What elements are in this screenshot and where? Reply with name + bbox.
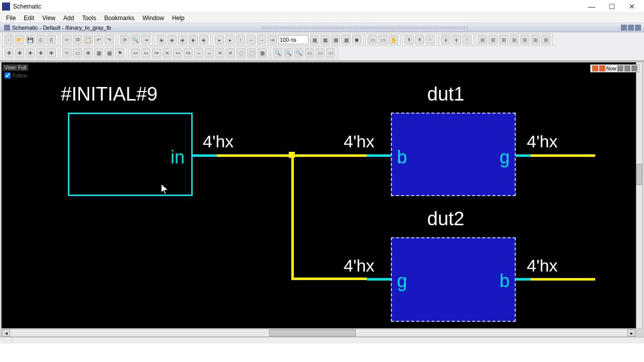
wire-branch-to-dut2[interactable] (291, 278, 367, 280)
nav-icon-2[interactable]: ↟ (415, 35, 424, 44)
hand-icon[interactable]: ✋ (389, 35, 398, 44)
dock-close-icon[interactable] (635, 25, 641, 31)
h-scroll-thumb[interactable] (269, 329, 356, 336)
misc-icon-2[interactable]: ⊞ (489, 35, 498, 44)
layout-icon-1[interactable]: ▭ (368, 35, 377, 44)
trace-icon-12[interactable]: ⬚ (247, 48, 256, 57)
copy-icon[interactable]: ⧉ (73, 35, 82, 44)
trace-icon-2[interactable]: ↤ (141, 48, 150, 57)
step-icon[interactable]: ⇥ (268, 35, 277, 44)
run-icon-1[interactable]: ▸ (215, 35, 224, 44)
zoomout-icon[interactable]: 🔍 (284, 48, 293, 57)
minimize-button[interactable]: — (582, 3, 602, 11)
up-icon[interactable]: ↑ (236, 35, 245, 44)
menu-bookmarks[interactable]: Bookmarks (100, 15, 138, 22)
pointer-icon[interactable]: ↖ (62, 48, 71, 57)
stop-icon[interactable]: ⏹ (352, 35, 361, 44)
runctl-icon-4[interactable]: ▦ (342, 35, 351, 44)
print-icon[interactable]: ⎙ (36, 35, 45, 44)
new-icon[interactable]: ▫ (5, 35, 14, 44)
horizontal-scrollbar[interactable]: ◂ ▸ (2, 329, 636, 337)
box-icon[interactable]: ▭ (73, 48, 82, 57)
misc-icon-4[interactable]: ⊞ (510, 35, 519, 44)
grid1-icon[interactable]: ▦ (94, 48, 103, 57)
undo-icon[interactable]: ↶ (94, 35, 103, 44)
add-icon-2[interactable]: ✚ (15, 48, 24, 57)
bar-gripper[interactable] (262, 26, 469, 29)
add-icon-1[interactable]: ✚ (5, 48, 14, 57)
sim-icon-5[interactable]: ◈ (199, 35, 208, 44)
menu-edit[interactable]: Edit (20, 15, 38, 22)
nav-icon-1[interactable]: ↟ (405, 35, 414, 44)
paste-icon[interactable]: 📋 (84, 35, 93, 44)
sim-icon-2[interactable]: ◈ (168, 35, 177, 44)
trace-icon-8[interactable]: ↔ (205, 48, 214, 57)
move-icon[interactable]: ✥ (84, 48, 93, 57)
zoomin-icon[interactable]: 🔍 (273, 48, 282, 57)
zoom-icon-5[interactable]: ▭ (315, 48, 325, 57)
fwd-icon[interactable]: → (257, 35, 266, 44)
trace-icon-5[interactable]: ↤ (173, 48, 182, 57)
runctl-icon-1[interactable]: ▦ (310, 35, 319, 44)
dock-icon-1[interactable] (621, 25, 627, 31)
wire-dut1-out[interactable] (531, 154, 595, 157)
wire-dut2-out[interactable] (531, 278, 595, 281)
misc-icon-1[interactable]: ⊞ (478, 35, 487, 44)
menu-window[interactable]: Window (138, 15, 168, 22)
zoom-icon-4[interactable]: ▭ (305, 48, 314, 57)
menu-add[interactable]: Add (59, 15, 78, 22)
h-scroll-right[interactable]: ▸ (627, 329, 635, 336)
redo-icon[interactable]: ↷ (105, 35, 114, 44)
runctl-icon-2[interactable]: ▦ (320, 35, 330, 44)
back-icon[interactable]: ← (247, 35, 256, 44)
nav-icon-6[interactable]: ↑ (462, 35, 471, 44)
wire-branch-vert[interactable] (291, 154, 294, 280)
find-icon[interactable]: 🔍 (131, 35, 140, 44)
open-icon[interactable]: 📂 (15, 35, 24, 44)
misc-icon-5[interactable]: ⊞ (520, 35, 529, 44)
now-box[interactable]: Now (590, 64, 639, 72)
zoomfit-icon[interactable]: 🔍 (294, 48, 303, 57)
cut-icon[interactable]: ✂ (62, 35, 71, 44)
h-scroll-left[interactable]: ◂ (2, 329, 10, 336)
misc-icon-6[interactable]: ⊞ (531, 35, 540, 44)
nav-icon-5[interactable]: ↡ (452, 35, 461, 44)
trace-icon-11[interactable]: ◌ (236, 48, 246, 57)
close-button[interactable]: ✕ (622, 3, 642, 11)
schematic-canvas[interactable]: View: Full Follow Now #INITIAL#9 in dut1… (2, 62, 642, 328)
nav-icon-3[interactable]: ↑ (426, 35, 435, 44)
trace-icon-1[interactable]: ↤ (131, 48, 140, 57)
findnext-icon[interactable]: ⇥ (141, 35, 150, 44)
add-icon-3[interactable]: ✚ (26, 48, 35, 57)
dut1-block[interactable] (391, 113, 516, 196)
menu-file[interactable]: File (2, 15, 20, 22)
layout-icon-2[interactable]: ▭ (378, 35, 387, 44)
grid2-icon[interactable]: ▦ (105, 48, 114, 57)
trace-icon-13[interactable]: ▦ (258, 48, 267, 57)
misc-icon-7[interactable]: ⊞ (541, 35, 550, 44)
flag-icon[interactable]: ⚑ (115, 48, 124, 57)
trace-icon-6[interactable]: ↦ (184, 48, 193, 57)
follow-checkbox[interactable] (5, 72, 11, 78)
run-icon-2[interactable]: ▸ (225, 35, 234, 44)
menu-help[interactable]: Help (168, 15, 189, 22)
dock-icon-2[interactable] (628, 25, 634, 31)
trace-icon-10[interactable]: ✕ (226, 48, 235, 57)
add-icon-4[interactable]: ✚ (36, 48, 45, 57)
menu-view[interactable]: View (38, 15, 59, 22)
sim-icon-1[interactable]: ◈ (157, 35, 166, 44)
save-icon[interactable]: 💾 (26, 35, 35, 44)
dut2-block[interactable] (391, 237, 516, 322)
menu-tools[interactable]: Tools (78, 15, 100, 22)
trace-icon-3[interactable]: ↦ (152, 48, 161, 57)
zoom-icon-6[interactable]: ▭ (326, 48, 335, 57)
misc-icon-3[interactable]: ⊞ (499, 35, 508, 44)
trace-icon-7[interactable]: ↔ (194, 48, 203, 57)
runctl-icon-3[interactable]: ▦ (331, 35, 340, 44)
print2-icon[interactable]: ⎙ (47, 35, 56, 44)
h-scroll-track[interactable] (10, 329, 627, 336)
maximize-button[interactable]: ☐ (602, 3, 622, 11)
nav-icon-4[interactable]: ↡ (441, 35, 450, 44)
trace-icon-4[interactable]: ✕ (163, 48, 172, 57)
refresh-icon[interactable]: ⟳ (120, 35, 129, 44)
